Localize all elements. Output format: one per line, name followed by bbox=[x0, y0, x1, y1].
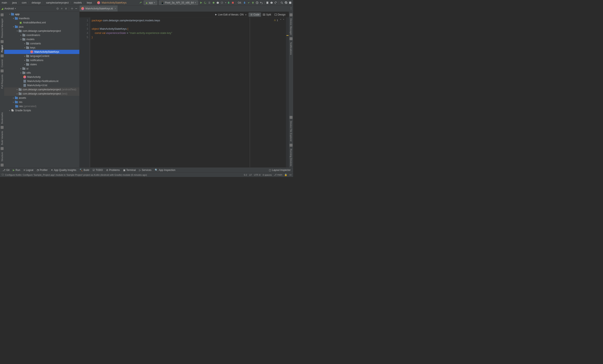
line-separator[interactable]: LF bbox=[249, 174, 252, 176]
tree-node-keys[interactable]: ▾keys bbox=[4, 46, 79, 50]
tree-node-notifications[interactable]: ▸notifications bbox=[4, 58, 79, 62]
live-edit-label[interactable]: Live Edit of literals: ON ▼ bbox=[215, 13, 247, 16]
locate-icon[interactable] bbox=[56, 6, 60, 11]
tree-node-manifest-file[interactable]: ▣AndroidManifest.xml bbox=[4, 21, 79, 25]
git-update-icon[interactable] bbox=[243, 0, 247, 5]
lock-icon[interactable]: 🔒 bbox=[284, 173, 287, 176]
build-tool-tab[interactable]: 🔨Build bbox=[78, 167, 91, 173]
project-icon[interactable] bbox=[1, 40, 4, 43]
git-branch[interactable]: ⎇ main bbox=[274, 173, 282, 176]
problems-tool-tab[interactable]: ⊘Problems bbox=[105, 167, 121, 173]
run-icon[interactable] bbox=[199, 0, 203, 5]
commit-tab[interactable]: Commit bbox=[1, 58, 3, 69]
resource-manager-icon[interactable] bbox=[1, 13, 4, 16]
caret-position[interactable]: 5:2 bbox=[244, 174, 247, 176]
notifications-icon[interactable] bbox=[290, 37, 292, 40]
commit-icon[interactable] bbox=[1, 54, 4, 57]
tree-node-assets[interactable]: ▸assets bbox=[4, 96, 79, 100]
account-icon[interactable] bbox=[288, 0, 292, 5]
crumb[interactable]: models bbox=[73, 1, 83, 4]
running-devices-tab[interactable]: Running Devices bbox=[290, 147, 292, 167]
tree-node-ui[interactable]: ▸ui bbox=[4, 66, 79, 71]
layout-inspector-tool-tab[interactable]: ▢Layout Inspector bbox=[267, 167, 292, 173]
tree-node-models[interactable]: ▾models bbox=[4, 37, 79, 41]
view-design-tab[interactable]: Design bbox=[273, 12, 287, 17]
todo-tool-tab[interactable]: ☑TODO bbox=[91, 167, 104, 173]
bookmarks-icon[interactable] bbox=[1, 126, 4, 129]
tree-node-gradle[interactable]: ▸🐘Gradle Scripts bbox=[4, 108, 79, 112]
error-stripe[interactable] bbox=[286, 18, 289, 167]
inspection-summary[interactable]: ⚠1˄˅ bbox=[274, 19, 284, 22]
project-tab[interactable]: Project bbox=[1, 44, 3, 54]
app-quality-tool-tab[interactable]: ✦App Quality Insights bbox=[50, 167, 78, 173]
memory-indicator[interactable]: ▭ bbox=[289, 173, 291, 176]
hide-tool-icon[interactable] bbox=[74, 6, 78, 11]
tree-node-main-ui[interactable]: MainActivity+UI.kt bbox=[4, 83, 79, 88]
undo-icon[interactable] bbox=[259, 0, 263, 5]
tree-node-selected-file[interactable]: MainActivityStateKeys bbox=[4, 50, 79, 54]
notifications-tab[interactable]: Notifications bbox=[290, 41, 292, 56]
close-tab-icon[interactable]: × bbox=[115, 7, 116, 10]
tree-node-utils[interactable]: ▸utils bbox=[4, 71, 79, 75]
app-inspection-tool-tab[interactable]: 🔍App Inspection bbox=[153, 167, 176, 173]
search-icon[interactable] bbox=[280, 0, 284, 5]
code-content[interactable]: package com.delasign.samplestarterprojec… bbox=[90, 18, 289, 167]
profiler-tool-tab[interactable]: ◔Profiler bbox=[35, 167, 49, 173]
avd-icon[interactable] bbox=[265, 0, 269, 5]
tree-node-app[interactable]: ▾app bbox=[4, 12, 79, 16]
code-area[interactable]: 1 2 3 4 5 package com.delasign.samplesta… bbox=[80, 18, 289, 167]
running-devices-icon[interactable] bbox=[290, 144, 292, 147]
profile-icon[interactable] bbox=[220, 0, 224, 5]
collapse-all-icon[interactable] bbox=[64, 6, 68, 11]
view-code-tab[interactable]: Code bbox=[249, 12, 261, 17]
settings-icon[interactable] bbox=[284, 0, 288, 5]
tool-settings-icon[interactable] bbox=[70, 6, 74, 11]
pull-requests-tab[interactable]: Pull Requests bbox=[1, 73, 3, 90]
hammer-icon[interactable] bbox=[139, 0, 143, 5]
view-split-tab[interactable]: Split bbox=[261, 12, 273, 17]
build-variants-tab[interactable]: Build Variants bbox=[1, 130, 3, 146]
build-variants-icon[interactable] bbox=[1, 147, 4, 150]
stop-icon[interactable] bbox=[231, 0, 235, 5]
tree-node-res-gen[interactable]: res (generated) bbox=[4, 104, 79, 108]
structure-tab[interactable]: Structure bbox=[1, 151, 3, 163]
tree-node-android-test[interactable]: ▸com.delasign.samplestarterproject (andr… bbox=[4, 88, 79, 92]
git-history-icon[interactable] bbox=[255, 0, 259, 5]
crumb[interactable]: keys bbox=[86, 1, 93, 4]
tree-node-main-notif[interactable]: MainActivity+Notifications.kt bbox=[4, 79, 79, 83]
tree-node-states[interactable]: ▸states bbox=[4, 62, 79, 66]
device-file-explorer-tab[interactable]: Device File Explorer bbox=[290, 120, 292, 143]
crumb[interactable]: main bbox=[1, 1, 8, 4]
device-manager-icon[interactable] bbox=[290, 13, 292, 16]
git-push-icon[interactable] bbox=[251, 0, 255, 5]
device-manager-tab[interactable]: Device Manager bbox=[290, 17, 292, 36]
git-commit-icon[interactable] bbox=[247, 0, 251, 5]
tree-node-package[interactable]: ▾com.delasign.samplestarterproject bbox=[4, 29, 79, 33]
tree-node-manifests[interactable]: ▾manifests bbox=[4, 16, 79, 21]
crumb[interactable]: java bbox=[11, 1, 18, 4]
device-file-explorer-icon[interactable] bbox=[290, 116, 292, 119]
pull-requests-icon[interactable] bbox=[1, 69, 4, 72]
device-selector[interactable]: 📱Pixel_3a_API_33_x86_64▼ bbox=[159, 0, 198, 5]
apply-code-icon[interactable] bbox=[207, 0, 211, 5]
run-tool-tab[interactable]: ▶Run bbox=[12, 167, 21, 173]
editor-tab[interactable]: MainActivityStateKeys.kt × bbox=[80, 5, 118, 11]
coverage-icon[interactable] bbox=[216, 0, 220, 5]
debug-icon[interactable] bbox=[211, 0, 216, 5]
git-tool-tab[interactable]: ⎇Git bbox=[1, 167, 11, 173]
project-view-selector[interactable]: Android▼ bbox=[4, 7, 56, 10]
tree-node-constants[interactable]: ▸constants bbox=[4, 41, 79, 46]
attach-debugger-icon[interactable] bbox=[227, 0, 231, 5]
expand-all-icon[interactable] bbox=[60, 6, 64, 11]
status-message[interactable]: Configure Kotlin: Configure 'Sample_Proj… bbox=[5, 174, 147, 176]
terminal-tool-tab[interactable]: ▣Terminal bbox=[122, 167, 137, 173]
structure-icon[interactable] bbox=[1, 164, 4, 166]
resource-manager-tab[interactable]: Resource Manager bbox=[1, 17, 3, 39]
more-run-dropdown[interactable]: ▼ bbox=[225, 2, 227, 4]
services-tool-tab[interactable]: ▷Services bbox=[138, 167, 153, 173]
run-config-selector[interactable]: ▲app▼ bbox=[144, 0, 157, 5]
crumb[interactable]: com bbox=[21, 1, 27, 4]
crumb[interactable]: samplestarterproject bbox=[45, 1, 70, 4]
bookmarks-tab[interactable]: Bookmarks bbox=[1, 111, 3, 125]
tree-node-coordinators[interactable]: ▸coordinators bbox=[4, 33, 79, 37]
